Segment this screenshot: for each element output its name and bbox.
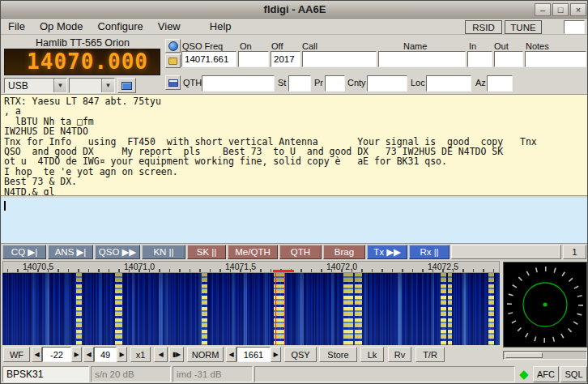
menu-item-file[interactable]: File [1,19,32,34]
tx-cursor [4,201,6,211]
menu-item-op-mode[interactable]: Op Mode [32,19,90,34]
tag-icon [168,58,177,65]
az-label: Az [475,78,486,87]
tune-button[interactable]: TUNE [505,20,542,34]
tuned-indicator-icon: ◆ [519,366,529,382]
bandwidth-select[interactable]: ▼ [69,78,115,93]
status-spacer [254,366,515,382]
waterfall-trace [244,273,247,345]
waterfall-signal [488,273,494,345]
reverse-button[interactable]: Rv [388,347,411,362]
rx-line: N4TD.& ql [4,187,586,196]
tx-text-area[interactable] [1,198,588,244]
wf-mode-button[interactable]: WF [3,347,30,362]
in-input[interactable] [467,51,492,67]
edit-qso-button[interactable] [165,54,181,68]
macro-button-rx[interactable]: Rx || [409,245,450,259]
slew-pause-button[interactable]: ▮▶ [169,347,184,362]
st-label: St [278,78,286,87]
macro-button-qth[interactable]: QTH [279,245,322,259]
az-input[interactable] [487,75,513,92]
macro-button-brag[interactable]: Brag [323,245,365,259]
menu-item-configure[interactable]: Configure [90,19,150,34]
globe-icon [168,41,178,51]
ref-level-up-button[interactable]: ▶ [71,347,82,362]
maximize-icon: □ [558,5,564,15]
menu-item-view[interactable]: View [151,19,188,34]
waterfall-signal [343,273,353,345]
window-controls: – □ × [535,3,586,16]
scope-slider-handle[interactable] [505,352,543,358]
menu-item-help[interactable]: Help [202,19,239,34]
logbook-button[interactable] [165,75,181,90]
monitor-icon [121,82,132,90]
range-up-button[interactable]: ▶ [117,347,127,362]
notes-input[interactable] [525,51,586,67]
mode-status[interactable]: BPSK31 [2,366,89,382]
close-button[interactable]: × [570,3,586,16]
st-input[interactable] [288,75,311,92]
waterfall-display[interactable] [2,273,500,345]
macro-button-sk[interactable]: SK || [187,245,226,259]
minimize-icon: – [540,5,545,15]
afc-toggle[interactable]: AFC [533,366,559,382]
sql-toggle[interactable]: SQL [560,366,587,382]
carrier-up-button[interactable]: ▶ [271,347,281,362]
store-button[interactable]: Store [319,347,357,362]
chevron-down-icon: ▼ [101,79,114,92]
macro-set-button[interactable]: 1 [563,245,586,259]
macro-button-ans[interactable]: ANS ▶| [48,245,93,259]
macro-button-cq[interactable]: CQ ▶| [2,245,46,259]
qsy-button[interactable]: QSY [284,347,317,362]
scale-ticks [3,269,499,272]
in-label: In [469,41,476,51]
zoom-button[interactable]: x1 [130,347,151,362]
rx-line: I hop te 'e yot agn on screen. [4,167,586,177]
norm-button[interactable]: NORM [187,347,224,362]
call-input[interactable] [302,51,377,67]
pr-input[interactable] [325,75,345,92]
loc-input[interactable] [426,75,471,92]
minimize-button[interactable]: – [535,3,551,16]
qso-freq-input[interactable] [181,51,236,67]
mode-select[interactable]: USB ▼ [4,78,67,93]
scope-slider[interactable] [503,351,587,360]
cnty-input[interactable] [367,75,407,92]
call-label: Call [302,41,317,51]
waterfall-signal [202,273,207,345]
waterfall-signal [115,273,122,345]
rx-line: lBTU Nh ta □fm [4,117,586,126]
range-down-button[interactable]: ◀ [83,347,94,362]
off-label: Off [271,41,283,51]
menu-right-indicator[interactable] [564,20,585,34]
macro-button-me-qth[interactable]: Me/QTH [228,245,278,259]
name-input[interactable] [378,51,466,67]
lock-button[interactable]: Lk [360,347,384,362]
macro-button-kn[interactable]: KN || [142,245,185,259]
cnty-label: Cnty [347,78,366,87]
waterfall-trace [398,273,402,345]
frequency-display[interactable]: 14070.000 [4,49,160,75]
tuning-scope[interactable] [503,262,587,348]
qth-input[interactable] [202,75,275,92]
off-input[interactable] [271,51,300,67]
macro-button-tx[interactable]: Tx ▶▶ [367,245,407,259]
titlebar[interactable]: fldigi - AA6E – □ × [1,1,588,19]
rsid-toggle[interactable]: RSID [465,20,502,34]
out-input[interactable] [494,51,523,67]
pr-label: Pr [314,78,323,87]
rx-line: Best 73 & DX. [4,177,586,186]
rx-text-area[interactable]: RTX: Yaesu LT 847 abt. 75tyu , a lBTU Nh… [1,94,588,196]
macro-button-qso[interactable]: QSO ▶▶ [95,245,140,259]
rig-control-button[interactable] [117,78,136,93]
slew-left-button[interactable]: ◀ [154,347,168,362]
on-label: On [240,41,252,51]
ref-level-down-button[interactable]: ◀ [32,347,42,362]
on-input[interactable] [238,51,269,67]
txrx-button[interactable]: T/R [415,347,445,362]
carrier-value: 1661 [236,347,271,362]
carrier-down-button[interactable]: ◀ [226,347,236,362]
qrz-lookup-button[interactable] [165,39,181,53]
close-icon: × [576,5,581,15]
maximize-button[interactable]: □ [552,3,569,16]
